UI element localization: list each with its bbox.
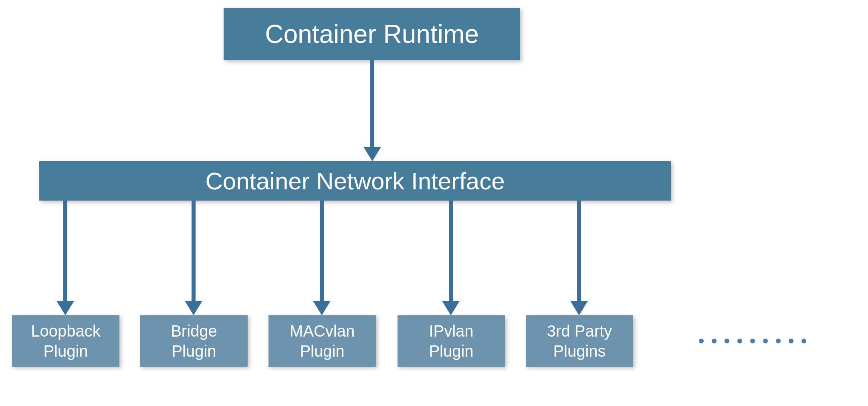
dot-icon: [725, 339, 729, 343]
arrow-cni-to-ipvlan: [449, 201, 453, 302]
arrow-cni-to-bridge: [192, 201, 196, 302]
arrow-cni-to-3rdparty: [577, 201, 581, 302]
arrowhead-cni-to-bridge: [185, 301, 202, 315]
dot-icon: [776, 339, 781, 343]
arrow-runtime-to-cni: [370, 60, 374, 148]
ellipsis-dots: [699, 339, 806, 343]
arrowhead-cni-to-loopback: [57, 301, 74, 315]
macvlan-plugin-box: MACvlan Plugin: [268, 315, 376, 367]
arrowhead-cni-to-3rdparty: [570, 301, 588, 315]
arrow-cni-to-loopback: [63, 201, 67, 302]
arrowhead-runtime-to-cni: [363, 147, 381, 161]
macvlan-plugin-label: MACvlan Plugin: [290, 321, 355, 361]
loopback-plugin-label: Loopback Plugin: [31, 321, 100, 361]
arrowhead-cni-to-ipvlan: [442, 301, 460, 315]
dot-icon: [763, 339, 768, 343]
cni-label: Container Network Interface: [205, 167, 505, 195]
dot-icon: [737, 339, 742, 343]
arrow-cni-to-macvlan: [320, 201, 324, 302]
ipvlan-plugin-box: IPvlan Plugin: [398, 315, 505, 367]
dot-icon: [699, 339, 704, 343]
cni-box: Container Network Interface: [39, 161, 671, 201]
container-runtime-label: Container Runtime: [265, 19, 479, 49]
3rdparty-plugins-label: 3rd Party Plugins: [547, 321, 612, 361]
ipvlan-plugin-label: IPvlan Plugin: [429, 321, 473, 361]
dot-icon: [789, 339, 793, 343]
dot-icon: [750, 339, 755, 343]
3rdparty-plugins-box: 3rd Party Plugins: [526, 315, 633, 367]
bridge-plugin-box: Bridge Plugin: [140, 315, 248, 367]
container-runtime-box: Container Runtime: [224, 8, 520, 60]
dot-icon: [801, 339, 806, 343]
dot-icon: [712, 339, 717, 343]
bridge-plugin-label: Bridge Plugin: [171, 321, 217, 361]
loopback-plugin-box: Loopback Plugin: [12, 315, 119, 367]
arrowhead-cni-to-macvlan: [313, 301, 331, 315]
